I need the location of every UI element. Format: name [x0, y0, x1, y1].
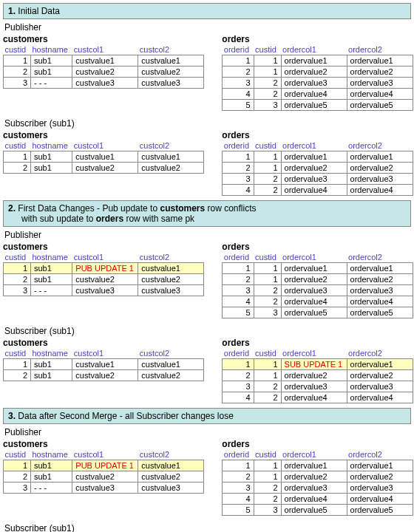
table-cell: 1	[223, 263, 254, 274]
table-cell: 2	[223, 471, 254, 482]
source-label: Subscriber (sub1)	[4, 326, 411, 336]
table-cell: ordervalue1	[281, 55, 347, 66]
col-header: custid	[254, 348, 281, 359]
table-cell: ordervalue5	[281, 505, 347, 516]
table-cell: 3	[223, 174, 254, 185]
col-header: custid	[4, 44, 31, 55]
table-cell: ordervalue2	[347, 370, 413, 381]
table-cell: ordervalue3	[281, 78, 347, 89]
table-row: 42ordervalue4ordervalue4	[223, 494, 413, 505]
table-cell: ordervalue5	[347, 307, 413, 318]
table-cell: 2	[223, 274, 254, 285]
table-cell: 2	[4, 274, 31, 285]
table-cell: - - -	[31, 78, 72, 89]
col-header: ordercol2	[347, 348, 413, 359]
table-row: 11ordervalue1ordervalue1	[223, 55, 413, 66]
table-cell: 3	[223, 285, 254, 296]
table-cell: custvalue1	[72, 359, 138, 370]
col-header: hostname	[31, 44, 72, 55]
table-row: 2sub1custvalue2custvalue2	[4, 370, 204, 381]
table-cell: 4	[223, 185, 254, 196]
table-block: customerscustidhostnamecustcol1custcol21…	[3, 336, 204, 403]
table-cell: ordervalue4	[347, 392, 413, 403]
table-cell: ordervalue1	[347, 359, 413, 370]
table-cell: sub1	[31, 274, 72, 285]
table-cell: custvalue1	[138, 55, 204, 66]
col-header: ordercol2	[347, 44, 413, 55]
col-header: ordercol1	[281, 449, 347, 460]
table-cell: 3	[4, 78, 31, 89]
table-cell: ordervalue1	[347, 151, 413, 163]
table-cell: ordervalue4	[347, 296, 413, 307]
table-title: customers	[3, 242, 204, 252]
col-header: custid	[254, 140, 281, 151]
data-table: custidhostnamecustcol1custcol21sub1custv…	[3, 44, 204, 89]
table-row: 32ordervalue3ordervalue3	[223, 381, 413, 392]
table-row: 3- - -custvalue3custvalue3	[4, 482, 204, 494]
table-cell: custvalue2	[138, 370, 204, 381]
col-header: custid	[4, 348, 31, 359]
col-header: orderid	[223, 252, 254, 263]
table-cell: ordervalue5	[281, 307, 347, 318]
table-cell: ordervalue3	[347, 174, 413, 185]
col-header: ordercol1	[281, 252, 347, 263]
col-header: orderid	[223, 140, 254, 151]
table-cell: 1	[4, 151, 31, 163]
table-cell: 1	[254, 370, 281, 381]
table-cell: 1	[223, 359, 254, 370]
source-label: Publisher	[4, 22, 411, 33]
table-cell: custvalue2	[72, 66, 138, 78]
col-header: custcol1	[72, 44, 138, 55]
col-header: hostname	[31, 252, 72, 263]
tables-row: customerscustidhostnamecustcol1custcol21…	[3, 33, 411, 111]
col-header: ordercol1	[281, 140, 347, 151]
table-cell: 4	[223, 89, 254, 100]
table-row: 42ordervalue4ordervalue4	[223, 89, 413, 100]
col-header: custcol1	[72, 140, 138, 151]
col-header: custid	[4, 449, 31, 460]
col-header: custid	[254, 44, 281, 55]
table-row: 1sub1PUB UPDATE 1custvalue1	[4, 263, 204, 274]
col-header: custid	[4, 140, 31, 151]
table-row: 21ordervalue2ordervalue2	[223, 370, 413, 381]
table-cell: ordervalue3	[347, 285, 413, 296]
tables-row: customerscustidhostnamecustcol1custcol21…	[3, 336, 411, 403]
table-cell: 2	[4, 471, 31, 482]
table-cell: custvalue2	[138, 471, 204, 482]
table-block: ordersorderidcustidordercol1ordercol211o…	[222, 129, 413, 196]
table-cell: custvalue1	[138, 460, 204, 471]
data-table: custidhostnamecustcol1custcol21sub1custv…	[3, 348, 204, 381]
source-label: Subscriber (sub1)	[4, 118, 411, 129]
table-row: 42ordervalue4ordervalue4	[223, 392, 413, 403]
table-cell: custvalue3	[138, 482, 204, 494]
data-table: custidhostnamecustcol1custcol21sub1PUB U…	[3, 449, 204, 494]
table-row: 1sub1custvalue1custvalue1	[4, 359, 204, 370]
col-header: custid	[4, 252, 31, 263]
table-cell: custvalue2	[72, 163, 138, 174]
table-cell: ordervalue4	[347, 89, 413, 100]
table-cell: ordervalue4	[281, 392, 347, 403]
col-header: orderid	[223, 44, 254, 55]
table-cell: 2	[254, 89, 281, 100]
table-row: 2sub1custvalue2custvalue2	[4, 163, 204, 174]
table-cell: 1	[254, 163, 281, 174]
table-title: orders	[222, 439, 413, 449]
table-block: ordersorderidcustidordercol1ordercol211o…	[222, 437, 413, 516]
table-cell: custvalue2	[138, 66, 204, 78]
data-table: orderidcustidordercol1ordercol211orderva…	[222, 449, 413, 516]
table-title: customers	[3, 338, 204, 348]
table-block: ordersorderidcustidordercol1ordercol211S…	[222, 336, 413, 403]
col-header: custcol2	[138, 140, 204, 151]
table-cell: ordervalue1	[347, 460, 413, 471]
table-cell: 1	[4, 263, 31, 274]
table-title: customers	[3, 34, 204, 44]
table-cell: ordervalue5	[347, 505, 413, 516]
table-cell: 4	[223, 296, 254, 307]
table-cell: PUB UPDATE 1	[72, 460, 138, 471]
table-cell: 2	[223, 370, 254, 381]
table-cell: 3	[223, 78, 254, 89]
table-block: customerscustidhostnamecustcol1custcol21…	[3, 240, 204, 318]
table-cell: sub1	[31, 55, 72, 66]
tables-row: customerscustidhostnamecustcol1custcol21…	[3, 240, 411, 318]
table-cell: ordervalue4	[281, 89, 347, 100]
